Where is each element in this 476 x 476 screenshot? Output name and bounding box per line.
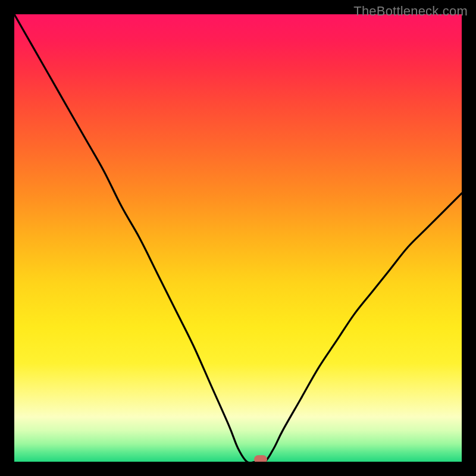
plot-area bbox=[14, 14, 462, 462]
bottleneck-curve bbox=[14, 14, 462, 462]
optimal-marker bbox=[254, 455, 267, 462]
chart-frame: TheBottleneck.com bbox=[0, 0, 476, 476]
watermark-text: TheBottleneck.com bbox=[353, 4, 468, 19]
